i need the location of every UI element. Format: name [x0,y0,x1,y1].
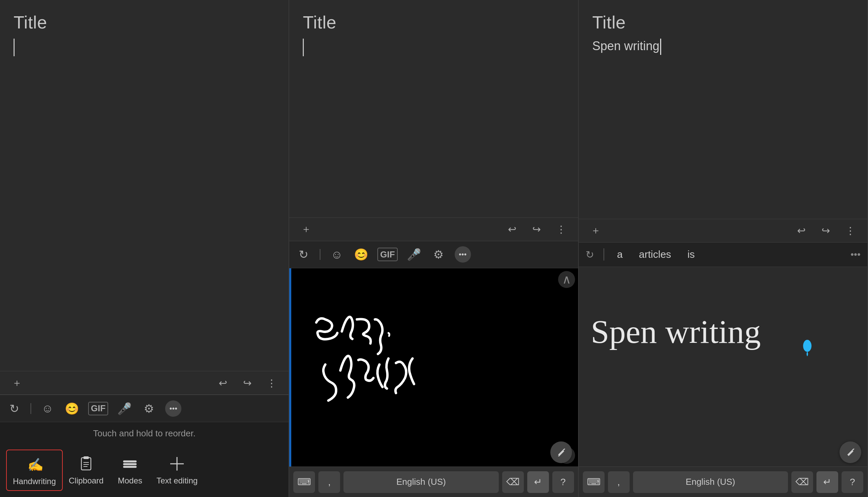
panel2-gif-button[interactable]: GIF [377,248,397,261]
panel2-toolbar-right: ↩ ↪ ⋮ [505,222,569,237]
panel2-more-kb-button[interactable]: ••• [455,246,471,262]
panel3-spen-area[interactable]: Spen writing [579,267,867,467]
svg-rect-1 [81,458,91,470]
panel2-mic-icon[interactable]: 🎤 [406,246,422,262]
panel1-keyboard-area: ↻ ☺ 😊 GIF 🎤 ⚙ ••• Touch and hold to reor… [0,395,289,497]
panel-3: Title Spen writing ＋ ↩ ↪ ⋮ ↻ a articles … [579,0,868,497]
clipboard-icon [77,454,96,473]
menu-item-modes[interactable]: Modes [110,450,150,489]
panel2-kb-divider [320,249,320,260]
panel1-toolbar: ＋ ↩ ↪ ⋮ [0,371,289,395]
panel2-scroll-up[interactable]: ∧ [558,271,575,288]
panel1-gif-button[interactable]: GIF [88,402,108,415]
panel3-redo-button[interactable]: ↪ [818,223,833,238]
panel1-kb-divider [30,403,31,414]
panel1-more-kb-button[interactable]: ••• [165,400,181,417]
svg-text:Spen writing: Spen writing [591,313,760,350]
panel2-help-key[interactable]: ? [552,471,574,493]
panel3-backspace-key[interactable]: ⌫ [791,471,813,493]
panel1-add-button[interactable]: ＋ [10,375,24,390]
handwriting-svg [289,268,578,467]
panel2-more-button[interactable]: ⋮ [554,222,569,237]
panel1-toolbar-right: ↩ ↪ ⋮ [215,375,279,390]
panel1-title: Title [14,12,275,32]
panel2-cursor [303,39,304,56]
panel2-scrollbar: ∧ ∨ [558,268,575,467]
panel2-toolbar: ＋ ↩ ↪ ⋮ [289,217,578,241]
text-editing-icon [167,454,187,473]
menu-item-text-editing[interactable]: Text editing [150,450,204,489]
panel3-toolbar-left: ＋ [588,223,603,238]
clipboard-label: Clipboard [69,476,104,485]
svg-rect-7 [123,463,137,465]
panel3-spen-svg: Spen writing [579,267,867,467]
svg-rect-2 [83,456,89,459]
menu-item-clipboard[interactable]: Clipboard [63,450,110,489]
panel2-toolbar-left: ＋ [299,222,314,237]
panel2-add-button[interactable]: ＋ [299,222,314,237]
panel2-emoji-icon[interactable]: ☺ [329,246,345,262]
panel3-suggestion-articles[interactable]: articles [631,246,679,263]
svg-rect-8 [123,466,137,468]
menu-item-handwriting[interactable]: ✍ Handwriting [6,450,63,491]
panel-1: Title ＋ ↩ ↪ ⋮ ↻ ☺ 😊 GIF 🎤 ⚙ ••• Touch an… [0,0,289,497]
panel3-toolbar-right: ↩ ↪ ⋮ [794,223,858,238]
panel2-settings-icon[interactable]: ⚙ [430,246,446,262]
panel2-lang-key[interactable]: English (US) [343,471,498,493]
panel3-text-cursor [660,39,661,55]
panel1-mic-icon[interactable]: 🎤 [116,400,133,417]
panel3-suggestion-is[interactable]: is [679,246,703,263]
panel1-settings-icon[interactable]: ⚙ [141,400,157,417]
panel3-title: Title [592,12,854,32]
svg-point-13 [803,339,811,351]
panel3-toolbar: ＋ ↩ ↪ ⋮ [579,219,867,243]
panel2-undo-button[interactable]: ↩ [505,222,520,237]
handwriting-label: Handwriting [13,477,56,486]
panel3-sug-divider [604,248,604,260]
text-editing-label: Text editing [156,476,197,485]
panel2-redo-button[interactable]: ↪ [529,222,544,237]
svg-rect-6 [123,460,137,463]
panel3-add-button[interactable]: ＋ [588,223,603,238]
panel3-note-area: Title Spen writing [579,0,867,219]
panel2-backspace-key[interactable]: ⌫ [502,471,524,493]
panel2-note-area: Title [289,0,578,217]
panel3-pen-fab[interactable] [840,441,861,463]
panel1-more-button[interactable]: ⋮ [264,375,279,390]
panel2-pen-fab[interactable] [550,441,572,463]
panel1-sticker-icon[interactable]: 😊 [64,400,80,417]
panel1-keyboard-top-row: ↻ ☺ 😊 GIF 🎤 ⚙ ••• [0,395,289,422]
modes-label: Modes [118,476,142,485]
panel3-help-key[interactable]: ? [842,471,863,493]
panel3-lang-key[interactable]: English (US) [633,471,788,493]
panel3-bottom-keyboard: ⌨ , English (US) ⌫ ↵ ? [579,467,867,497]
panel3-undo-button[interactable]: ↩ [794,223,809,238]
panel3-keyboard-toggle[interactable]: ⌨ [583,471,605,493]
panel3-typed-text: Spen writing [592,39,854,55]
panel2-lang-icon[interactable]: ↻ [295,246,312,262]
modes-icon [120,454,139,473]
panel1-lang-icon[interactable]: ↻ [6,400,23,417]
panel3-sug-lang-icon[interactable]: ↻ [585,248,594,260]
svg-text:✍: ✍ [27,457,42,473]
panel2-comma-key[interactable]: , [318,471,340,493]
panel2-handwriting-area[interactable]: ∧ ∨ [289,268,578,467]
panel3-comma-key[interactable]: , [608,471,630,493]
panel1-redo-button[interactable]: ↪ [240,375,254,390]
panel2-sticker-icon[interactable]: 😊 [353,246,369,262]
panel2-keyboard-toggle[interactable]: ⌨ [293,471,315,493]
panel1-toolbar-left: ＋ [10,375,24,390]
panel3-enter-key[interactable]: ↵ [816,471,838,493]
panel2-enter-key[interactable]: ↵ [527,471,549,493]
panel2-keyboard-top-row: ↻ ☺ 😊 GIF 🎤 ⚙ ••• [289,241,578,268]
panel2-title: Title [303,12,564,32]
panel3-more-button[interactable]: ⋮ [843,223,858,238]
panel-2: Title ＋ ↩ ↪ ⋮ ↻ ☺ 😊 GIF 🎤 ⚙ ••• [289,0,578,497]
panel1-cursor [14,39,15,56]
panel2-bottom-keyboard: ⌨ , English (US) ⌫ ↵ ? [289,467,578,497]
panel3-sug-more[interactable]: ••• [851,249,860,260]
panel1-emoji-icon[interactable]: ☺ [39,400,56,417]
panel3-suggestion-a[interactable]: a [609,246,631,263]
panel1-undo-button[interactable]: ↩ [215,375,230,390]
panel1-note-area: Title [0,0,289,371]
